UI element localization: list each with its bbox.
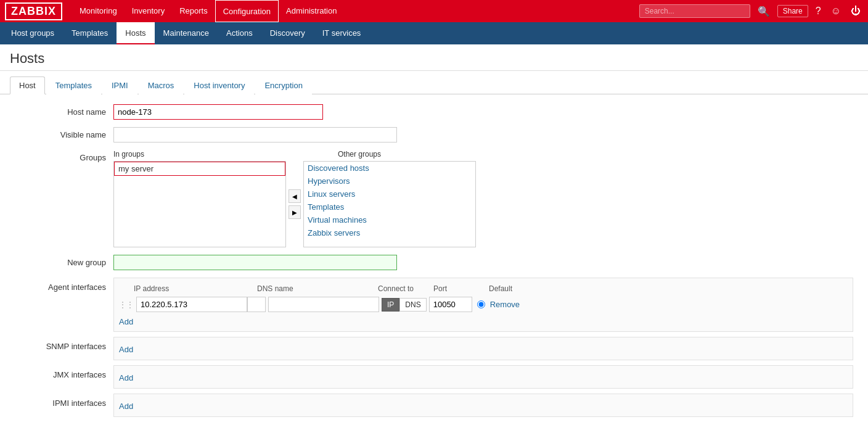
in-group-item[interactable]: my server: [114, 162, 285, 176]
in-groups-label: In groups: [113, 150, 286, 159]
tab-host-inventory[interactable]: Host inventory: [184, 76, 254, 94]
new-group-label: New group: [15, 255, 113, 267]
sub-navigation: Host groups Templates Hosts Maintenance …: [0, 22, 868, 44]
share-button[interactable]: Share: [777, 5, 808, 17]
snmp-add-link[interactable]: Add: [119, 345, 133, 354]
header-port: Port: [433, 284, 489, 293]
groups-field: In groups Other groups my server ◀ ▶ Dis…: [113, 150, 853, 247]
power-icon[interactable]: ⏻: [848, 6, 863, 17]
ipmi-add-link[interactable]: Add: [119, 402, 133, 411]
subnav-discovery[interactable]: Discovery: [261, 22, 314, 44]
move-left-button[interactable]: ◀: [289, 189, 301, 203]
ip-address-input[interactable]: [136, 297, 247, 312]
nav-reports[interactable]: Reports: [172, 0, 215, 22]
tab-macros[interactable]: Macros: [139, 76, 184, 94]
page-title: Hosts: [10, 51, 858, 67]
visible-name-field: [113, 127, 853, 142]
jmx-interfaces-content: Add: [113, 365, 853, 389]
zabbix-logo[interactable]: ZABBIX: [5, 2, 62, 20]
header-connect: Connect to: [378, 284, 433, 293]
nav-administration[interactable]: Administration: [279, 0, 344, 22]
groups-label: Groups: [15, 150, 113, 162]
other-group-item-linux[interactable]: Linux servers: [304, 188, 475, 200]
port-input[interactable]: [429, 297, 472, 312]
other-group-item-discovered[interactable]: Discovered hosts: [304, 162, 475, 175]
nav-inventory[interactable]: Inventory: [125, 0, 172, 22]
snmp-interfaces-label: SNMP interfaces: [15, 337, 113, 351]
subnav-maintenance[interactable]: Maintenance: [155, 22, 218, 44]
search-input[interactable]: [639, 4, 750, 18]
drag-handle-icon[interactable]: ⋮⋮: [119, 300, 134, 309]
new-group-field: [113, 255, 853, 270]
visible-name-input[interactable]: [113, 127, 397, 142]
agent-add-row: Add: [119, 315, 848, 326]
agent-add-link[interactable]: Add: [119, 317, 133, 326]
subnav-hosts[interactable]: Hosts: [117, 22, 154, 44]
visible-name-row: Visible name: [15, 127, 853, 142]
groups-row: Groups In groups Other groups my server …: [15, 150, 853, 247]
new-group-row: New group: [15, 255, 853, 270]
hostname-field: [113, 104, 853, 120]
nav-monitoring[interactable]: Monitoring: [72, 0, 125, 22]
subnav-actions[interactable]: Actions: [218, 22, 261, 44]
default-radio[interactable]: [477, 300, 485, 308]
page-title-bar: Hosts: [0, 44, 868, 71]
subnav-host-groups[interactable]: Host groups: [2, 22, 63, 44]
header-dns: DNS name: [255, 284, 378, 293]
hostname-row: Host name: [15, 104, 853, 120]
nav-configuration[interactable]: Configuration: [215, 0, 279, 22]
ipmi-interfaces-label: IPMI interfaces: [15, 394, 113, 408]
subnav-templates[interactable]: Templates: [63, 22, 117, 44]
help-icon[interactable]: ?: [813, 6, 824, 17]
remove-link[interactable]: Remove: [490, 300, 520, 309]
user-icon[interactable]: ☺: [829, 6, 843, 17]
other-group-item-templates[interactable]: Templates: [304, 200, 475, 213]
subnav-it-services[interactable]: IT services: [314, 22, 370, 44]
jmx-add-link[interactable]: Add: [119, 373, 133, 382]
other-group-item-zabbix[interactable]: Zabbix servers: [304, 226, 475, 239]
dns-name-input[interactable]: [268, 297, 379, 312]
search-icon[interactable]: 🔍: [755, 6, 772, 17]
hostname-input[interactable]: [113, 104, 323, 120]
jmx-interfaces-row: JMX interfaces Add: [15, 365, 853, 389]
move-right-button[interactable]: ▶: [289, 205, 301, 219]
connect-ip-button[interactable]: IP: [382, 298, 399, 312]
ip-extra-input[interactable]: [247, 297, 266, 312]
other-groups-list[interactable]: Discovered hosts Hypervisors Linux serve…: [303, 161, 476, 247]
snmp-interfaces-content: Add: [113, 337, 853, 360]
header-ip: IP address: [119, 284, 255, 293]
ipmi-interfaces-row: IPMI interfaces Add: [15, 394, 853, 417]
other-groups-label: Other groups: [338, 150, 510, 159]
jmx-interfaces-label: JMX interfaces: [15, 365, 113, 379]
tab-host[interactable]: Host: [10, 76, 45, 94]
other-group-item-hypervisors[interactable]: Hypervisors: [304, 175, 475, 188]
interfaces-header: IP address DNS name Connect to Port Defa…: [119, 283, 848, 294]
visible-name-label: Visible name: [15, 127, 113, 139]
agent-interfaces-row: Agent interfaces IP address DNS name Con…: [15, 278, 853, 332]
tab-encryption[interactable]: Encryption: [255, 76, 311, 94]
top-navigation: ZABBIX Monitoring Inventory Reports Conf…: [0, 0, 868, 22]
tab-bar: Host Templates IPMI Macros Host inventor…: [0, 71, 868, 94]
groups-arrows: ◀ ▶: [286, 189, 303, 219]
agent-interface-row: ⋮⋮ IP DNS Remove: [119, 297, 848, 312]
other-group-item-vms[interactable]: Virtual machines: [304, 213, 475, 226]
ipmi-interfaces-content: Add: [113, 394, 853, 417]
new-group-input[interactable]: [113, 255, 397, 270]
in-groups-list[interactable]: my server: [113, 161, 286, 247]
main-content: Host name Visible name Groups In groups …: [0, 94, 868, 432]
groups-label-row: In groups Other groups: [113, 150, 853, 159]
tab-ipmi[interactable]: IPMI: [102, 76, 137, 94]
header-default: Default: [489, 284, 538, 293]
connect-buttons: IP DNS: [382, 298, 427, 312]
groups-container: my server ◀ ▶ Discovered hosts Hyperviso…: [113, 161, 853, 247]
snmp-interfaces-row: SNMP interfaces Add: [15, 337, 853, 360]
connect-dns-button[interactable]: DNS: [399, 298, 426, 312]
agent-interfaces-content: IP address DNS name Connect to Port Defa…: [113, 278, 853, 332]
top-nav-right: 🔍 Share ? ☺ ⏻: [639, 4, 863, 18]
hostname-label: Host name: [15, 104, 113, 117]
tab-templates[interactable]: Templates: [46, 76, 101, 94]
agent-interfaces-label: Agent interfaces: [15, 278, 113, 292]
